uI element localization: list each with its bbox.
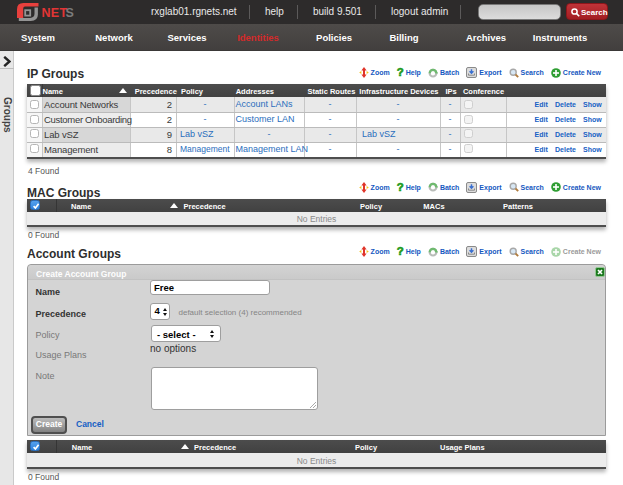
svg-text:S: S [66,6,74,20]
svg-text:NET: NET [42,6,68,20]
